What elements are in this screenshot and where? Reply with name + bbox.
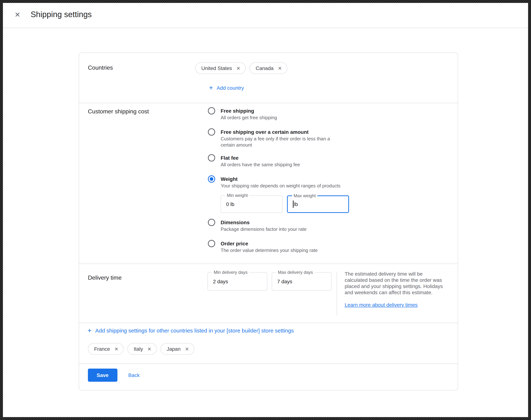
min-delivery-days-field[interactable]: Min delivery days <box>208 272 267 291</box>
radio-button[interactable] <box>208 175 215 183</box>
vertical-divider <box>337 272 337 315</box>
chip-label: Japan <box>167 346 181 352</box>
section-divider <box>79 103 458 103</box>
back-button[interactable]: Back <box>128 372 139 378</box>
section-divider <box>79 264 458 264</box>
min-delivery-days-label: Min delivery days <box>212 270 249 275</box>
remove-chip-icon[interactable]: ✕ <box>278 66 282 71</box>
option-description: Package dimensions factor into your rate <box>221 226 306 232</box>
section-divider <box>79 323 458 323</box>
max-weight-field[interactable]: Max weight <box>287 195 349 213</box>
countries-section-label: Countries <box>88 64 113 71</box>
option-title: Flat fee <box>221 154 300 162</box>
shipping-settings-page: ✕ Shipping settings Countries United Sta… <box>3 3 528 417</box>
country-chip-japan: Japan ✕ <box>160 343 194 355</box>
plus-icon: + <box>209 84 213 91</box>
option-flat-fee[interactable]: Flat fee All orders have the same shippi… <box>208 154 300 168</box>
min-weight-input[interactable] <box>221 196 282 212</box>
chip-label: United States <box>201 65 232 71</box>
country-chips-row: United States ✕ Canada ✕ <box>195 62 287 74</box>
country-chip-france: France ✕ <box>88 343 124 355</box>
min-weight-label: Min weight <box>225 193 249 198</box>
radio-button[interactable] <box>208 154 215 162</box>
option-text: Free shipping All orders get free shippi… <box>221 107 277 121</box>
chip-label: France <box>94 346 110 352</box>
delivery-info-text: The estimated delivery time will be calc… <box>345 271 444 296</box>
add-other-countries-button[interactable]: + Add shipping settings for other countr… <box>88 327 294 334</box>
min-weight-field[interactable]: Min weight <box>221 195 283 213</box>
dialog-header: ✕ Shipping settings <box>3 3 528 28</box>
remove-chip-icon[interactable]: ✕ <box>114 346 118 351</box>
max-weight-label: Max weight <box>292 193 317 198</box>
remove-chip-icon[interactable]: ✕ <box>147 346 151 351</box>
close-icon[interactable]: ✕ <box>13 11 22 19</box>
add-country-button[interactable]: + Add country <box>209 84 244 91</box>
add-other-countries-label: Add shipping settings for other countrie… <box>95 327 294 334</box>
option-free-shipping[interactable]: Free shipping All orders get free shippi… <box>208 107 277 121</box>
delivery-time-section-label: Delivery time <box>88 274 122 281</box>
option-weight[interactable]: Weight Your shipping rate depends on wei… <box>208 175 340 189</box>
shipping-cost-section-label: Customer shipping cost <box>88 108 149 115</box>
text-caret <box>293 200 294 208</box>
option-description: Customers pay a fee only if their order … <box>221 136 341 148</box>
option-title: Free shipping <box>221 107 277 115</box>
country-chip-italy: Italy ✕ <box>127 343 157 355</box>
plus-icon: + <box>88 327 91 334</box>
settings-card: Countries United States ✕ Canada ✕ + Add… <box>79 53 458 390</box>
option-description: The order value determines your shipping… <box>221 247 318 253</box>
option-description: All orders get free shipping <box>221 115 277 121</box>
radio-button[interactable] <box>208 128 215 136</box>
save-button[interactable]: Save <box>88 369 117 382</box>
option-text: Dimensions Package dimensions factor int… <box>221 219 306 232</box>
delivery-info: The estimated delivery time will be calc… <box>345 271 444 308</box>
option-description: Your shipping rate depends on weight ran… <box>221 183 340 189</box>
min-delivery-days-input[interactable] <box>208 273 267 290</box>
remove-chip-icon[interactable]: ✕ <box>185 346 189 351</box>
remove-chip-icon[interactable]: ✕ <box>236 66 240 71</box>
chip-label: Italy <box>134 346 143 352</box>
other-country-chips-row: France ✕ Italy ✕ Japan ✕ <box>88 343 194 355</box>
option-title: Order price <box>221 240 318 247</box>
radio-button[interactable] <box>208 219 215 226</box>
option-title: Dimensions <box>221 219 306 226</box>
page-title: Shipping settings <box>31 10 92 19</box>
section-divider <box>79 363 458 364</box>
max-delivery-days-field[interactable]: Max delivery days <box>272 272 332 291</box>
option-title: Weight <box>221 175 340 183</box>
screenshot-scale-wrap: ✕ Shipping settings Countries United Sta… <box>0 0 531 420</box>
radio-button[interactable] <box>208 107 215 115</box>
option-text: Free shipping over a certain amount Cust… <box>221 128 341 148</box>
max-weight-input[interactable] <box>288 196 348 212</box>
chip-label: Canada <box>256 65 273 71</box>
option-text: Flat fee All orders have the same shippi… <box>221 154 300 168</box>
option-dimensions[interactable]: Dimensions Package dimensions factor int… <box>208 219 306 232</box>
radio-button[interactable] <box>208 240 215 247</box>
country-chip-united-states: United States ✕ <box>195 62 246 74</box>
option-text: Weight Your shipping rate depends on wei… <box>221 175 340 189</box>
max-delivery-days-label: Max delivery days <box>276 270 314 275</box>
max-delivery-days-input[interactable] <box>272 273 331 290</box>
country-chip-canada: Canada ✕ <box>249 62 287 74</box>
option-title: Free shipping over a certain amount <box>221 128 341 136</box>
option-free-shipping-over-amount[interactable]: Free shipping over a certain amount Cust… <box>208 128 341 148</box>
learn-more-link[interactable]: Learn more about delivery times <box>345 302 418 308</box>
option-text: Order price The order value determines y… <box>221 240 318 253</box>
option-description: All orders have the same shipping fee <box>221 162 300 168</box>
screenshot-frame: ✕ Shipping settings Countries United Sta… <box>0 0 531 420</box>
option-order-price[interactable]: Order price The order value determines y… <box>208 240 318 253</box>
add-country-label: Add country <box>217 85 244 90</box>
card-footer: Save Back <box>88 369 140 382</box>
